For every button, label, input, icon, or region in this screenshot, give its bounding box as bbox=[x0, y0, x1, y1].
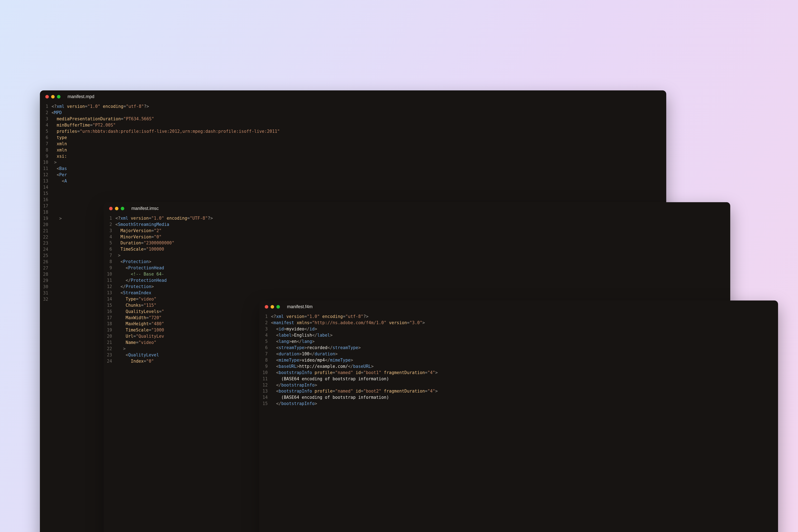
token-txt bbox=[52, 228, 54, 233]
code-line[interactable]: > bbox=[115, 252, 730, 259]
line-number: 29 bbox=[40, 278, 48, 284]
token-pnc: > bbox=[371, 364, 374, 369]
line-number: 9 bbox=[104, 265, 112, 271]
token-attr: xmlns bbox=[297, 320, 309, 325]
code-line[interactable]: <StreamIndex bbox=[115, 290, 730, 296]
minimize-icon[interactable] bbox=[51, 95, 55, 98]
close-icon[interactable] bbox=[109, 207, 113, 210]
close-icon[interactable] bbox=[265, 305, 268, 309]
token-txt bbox=[52, 191, 54, 196]
line-number: 5 bbox=[40, 129, 48, 135]
line-number: 7 bbox=[40, 141, 48, 147]
code-line[interactable] bbox=[52, 184, 666, 191]
code-line[interactable]: <ProtectionHead bbox=[115, 265, 730, 271]
token-txt bbox=[52, 272, 54, 277]
code-line[interactable]: TimeScale="100000 bbox=[115, 246, 730, 252]
code-line[interactable]: <SmoothStreamingMedia bbox=[115, 222, 730, 228]
code-line[interactable]: <A bbox=[52, 178, 666, 184]
code-line[interactable]: xmln bbox=[52, 141, 666, 147]
token-pnc: <? bbox=[271, 314, 276, 319]
token-pnc: = bbox=[85, 104, 87, 109]
token-txt bbox=[52, 284, 54, 289]
token-pnc: = bbox=[144, 247, 146, 252]
code-line[interactable]: <mimeType>video/mp4</mimeType> bbox=[271, 357, 778, 363]
code-line[interactable]: <id>myvideo</id> bbox=[271, 326, 778, 332]
code-line[interactable]: type bbox=[52, 135, 666, 141]
token-pnc: < bbox=[271, 388, 279, 394]
code-line[interactable]: minBufferTime="PT2.00S" bbox=[52, 122, 666, 129]
code-line[interactable]: </bootstrapInfo> bbox=[271, 382, 778, 388]
token-pnc: = bbox=[144, 359, 146, 364]
code-line[interactable]: MajorVersion="2" bbox=[115, 228, 730, 234]
code-line[interactable]: <Protection> bbox=[115, 259, 730, 265]
token-attr: MajorVersion bbox=[115, 228, 151, 233]
zoom-icon[interactable] bbox=[121, 207, 124, 210]
code-line[interactable]: <manifest xmlns="http://ns.adobe.com/f4m… bbox=[271, 320, 778, 326]
zoom-icon[interactable] bbox=[57, 95, 60, 98]
code-line[interactable]: xmln bbox=[52, 147, 666, 153]
editor-window-f4m[interactable]: manifest.f4m 123456789101112131415 <?xml… bbox=[259, 301, 778, 532]
code-line[interactable]: <?xml version="1.0" encoding="UTF-8"?> bbox=[115, 215, 730, 222]
token-pnc: < bbox=[271, 326, 279, 331]
code-line[interactable]: profiles="urn:hbbtv:dash:profile:isoff-l… bbox=[52, 129, 666, 135]
zoom-icon[interactable] bbox=[277, 305, 280, 309]
code-line[interactable]: <duration>100</duration> bbox=[271, 351, 778, 357]
token-pnc: > bbox=[315, 383, 317, 387]
token-tag: streamType bbox=[279, 345, 304, 350]
code-line[interactable]: MinorVersion="0" bbox=[115, 234, 730, 240]
token-tag: streamType bbox=[332, 345, 358, 350]
line-number: 7 bbox=[259, 351, 268, 357]
line-number: 1 bbox=[40, 103, 48, 110]
code-line[interactable]: <?xml version="1.0" encoding="utf-8"?> bbox=[52, 103, 666, 110]
code-line[interactable]: <?xml version="1.0" encoding="utf-8"?> bbox=[271, 314, 778, 320]
code-line[interactable]: > bbox=[52, 159, 666, 166]
code-line[interactable]: <streamType>recorded</streamType> bbox=[271, 345, 778, 351]
code-line[interactable]: xsi: bbox=[52, 153, 666, 159]
token-pnc: </ bbox=[327, 345, 333, 350]
code-line[interactable]: <bootstrapInfo profile="named" id="boot2… bbox=[271, 388, 778, 395]
code-editor[interactable]: 123456789101112131415 <?xml version="1.0… bbox=[259, 311, 778, 407]
code-line[interactable]: mediaPresentationDuration="PT634.566S" bbox=[52, 116, 666, 122]
code-line[interactable]: <baseURL>http://example.com/</baseURL> bbox=[271, 363, 778, 370]
line-number: 4 bbox=[259, 332, 268, 339]
code-line[interactable]: </ProtectionHead bbox=[115, 278, 730, 284]
token-tag: QualityLevel bbox=[128, 353, 159, 358]
code-line[interactable]: (BASE64 encoding of bootstrap informatio… bbox=[271, 376, 778, 382]
line-number: 2 bbox=[104, 222, 112, 228]
code-line[interactable]: <Per bbox=[52, 172, 666, 178]
code-line[interactable]: <MPD bbox=[52, 110, 666, 116]
line-number: 18 bbox=[104, 321, 112, 327]
code-line[interactable] bbox=[52, 191, 666, 197]
code-line[interactable]: <bootstrapInfo profile="named" id="boot1… bbox=[271, 370, 778, 376]
line-number: 12 bbox=[259, 382, 268, 388]
minimize-icon[interactable] bbox=[270, 305, 274, 309]
token-pnc: > bbox=[284, 326, 286, 331]
line-number: 24 bbox=[40, 246, 48, 253]
token-tag: bootstrapInfo bbox=[279, 388, 315, 394]
code-line[interactable]: Duration="2300000000" bbox=[115, 240, 730, 246]
line-number: 27 bbox=[40, 265, 48, 271]
token-attr: mediaPresentationDuration bbox=[52, 116, 121, 121]
close-icon[interactable] bbox=[45, 95, 49, 98]
token-attr: Name bbox=[115, 340, 136, 345]
line-number: 8 bbox=[40, 147, 48, 153]
code-line[interactable]: <label>English</label> bbox=[271, 332, 778, 339]
token-txt: http://example.com/ bbox=[299, 364, 348, 369]
line-number: 3 bbox=[259, 326, 268, 332]
code-line[interactable]: </bootstrapInfo> bbox=[271, 401, 778, 407]
code-area[interactable]: <?xml version="1.0" encoding="utf-8"?><m… bbox=[271, 314, 778, 407]
minimize-icon[interactable] bbox=[115, 207, 118, 210]
code-line[interactable]: <Bas bbox=[52, 166, 666, 172]
code-line[interactable]: </Protection> bbox=[115, 284, 730, 290]
code-line[interactable]: (BASE64 encoding of bootstrap informatio… bbox=[271, 395, 778, 401]
token-pnc: = bbox=[304, 314, 307, 319]
code-line[interactable]: <lang>en</lang> bbox=[271, 339, 778, 345]
line-number: 6 bbox=[259, 345, 268, 351]
token-attr: fragmentDuration bbox=[381, 370, 425, 375]
token-attr: version bbox=[131, 216, 149, 221]
token-str: "480" bbox=[151, 321, 164, 326]
token-pnc: = bbox=[133, 334, 136, 339]
token-str: "2300000000" bbox=[144, 241, 174, 245]
code-line[interactable]: <!-- Base 64- bbox=[115, 271, 730, 278]
line-number: 1 bbox=[259, 314, 268, 320]
